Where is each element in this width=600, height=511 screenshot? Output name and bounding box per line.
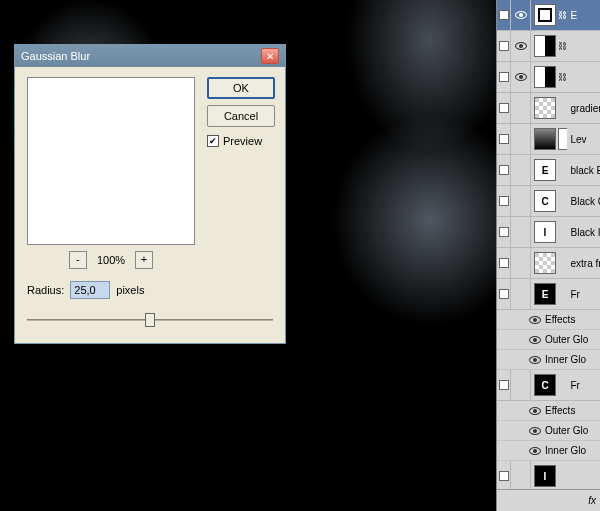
layer-thumb[interactable]: I [534, 465, 556, 487]
layer-row[interactable]: I [497, 461, 600, 492]
filter-preview[interactable] [27, 77, 195, 245]
eye-icon[interactable] [529, 316, 541, 324]
layers-panel[interactable]: ⛓ICEE⛓ICE⛓ICEgradientLevEblack ECBlack C… [496, 0, 600, 511]
layer-row[interactable]: IBlack I [497, 217, 600, 248]
radius-slider[interactable] [27, 311, 273, 329]
layer-name[interactable]: gradient [567, 103, 601, 114]
layer-thumbnails [531, 126, 567, 152]
layer-checkbox[interactable] [499, 227, 509, 237]
layer-thumb[interactable]: I [534, 221, 556, 243]
eye-icon [515, 73, 527, 81]
radius-label: Radius: [27, 284, 64, 296]
eye-icon[interactable] [529, 427, 541, 435]
layer-thumb[interactable] [534, 97, 556, 119]
visibility-toggle[interactable] [511, 461, 531, 491]
layer-thumb[interactable]: E [534, 283, 556, 305]
layer-checkbox[interactable] [499, 10, 509, 20]
layer-name[interactable]: extra frosty [567, 258, 601, 269]
layer-thumb[interactable] [534, 66, 556, 88]
layer-thumb[interactable]: E [534, 159, 556, 181]
fx-label: fx [588, 495, 596, 506]
effect-item[interactable]: Inner Glo [497, 350, 600, 370]
effect-label: Outer Glo [545, 334, 588, 345]
layer-row[interactable]: gradient [497, 93, 600, 124]
preview-checkbox[interactable]: ✔ [207, 135, 219, 147]
layer-row[interactable]: Lev [497, 124, 600, 155]
visibility-toggle[interactable] [511, 279, 531, 309]
visibility-toggle[interactable] [511, 0, 531, 30]
effect-label: Effects [545, 314, 575, 325]
eye-icon[interactable] [529, 407, 541, 415]
effect-item[interactable]: Outer Glo [497, 330, 600, 350]
zoom-in-button[interactable]: + [135, 251, 153, 269]
layer-row[interactable]: extra frosty [497, 248, 600, 279]
visibility-toggle[interactable] [511, 31, 531, 61]
close-icon[interactable]: ✕ [261, 48, 279, 64]
visibility-toggle[interactable] [511, 62, 531, 92]
layer-thumb[interactable]: C [534, 374, 556, 396]
eye-icon[interactable] [529, 356, 541, 364]
effect-label: Outer Glo [545, 425, 588, 436]
link-icon[interactable]: ⛓ [558, 10, 567, 20]
layer-thumb[interactable]: C [534, 190, 556, 212]
radius-unit: pixels [116, 284, 144, 296]
layer-thumb[interactable] [558, 128, 567, 150]
layer-name[interactable]: Black I [567, 227, 601, 238]
layer-name[interactable]: Lev [567, 134, 601, 145]
layer-row[interactable]: ⛓ICE [497, 31, 600, 62]
layer-name[interactable]: E [567, 10, 601, 21]
layer-row[interactable]: CBlack C [497, 186, 600, 217]
layer-thumbnails: C [531, 372, 567, 398]
layer-checkbox-col [497, 217, 511, 247]
layer-checkbox[interactable] [499, 380, 509, 390]
link-icon[interactable]: ⛓ [558, 72, 567, 82]
effects-header[interactable]: Effects [497, 310, 600, 330]
effect-label: Inner Glo [545, 445, 586, 456]
layer-checkbox[interactable] [499, 196, 509, 206]
layer-name[interactable]: Fr [567, 289, 601, 300]
layer-checkbox[interactable] [499, 134, 509, 144]
layer-checkbox[interactable] [499, 103, 509, 113]
cancel-button[interactable]: Cancel [207, 105, 275, 127]
layer-thumbnails: I [531, 463, 567, 489]
visibility-toggle[interactable] [511, 370, 531, 400]
visibility-toggle[interactable] [511, 186, 531, 216]
eye-icon[interactable] [529, 336, 541, 344]
layer-checkbox-col [497, 124, 511, 154]
eye-icon[interactable] [529, 447, 541, 455]
visibility-toggle[interactable] [511, 155, 531, 185]
visibility-toggle[interactable] [511, 93, 531, 123]
effect-label: Inner Glo [545, 354, 586, 365]
zoom-out-button[interactable]: - [69, 251, 87, 269]
visibility-toggle[interactable] [511, 124, 531, 154]
layer-checkbox[interactable] [499, 471, 509, 481]
layer-thumb[interactable] [534, 128, 556, 150]
ok-button[interactable]: OK [207, 77, 275, 99]
layer-name[interactable]: Fr [567, 380, 601, 391]
layer-name[interactable]: Black C [567, 196, 601, 207]
layer-thumb[interactable] [534, 4, 556, 26]
effects-header[interactable]: Effects [497, 401, 600, 421]
layer-checkbox[interactable] [499, 258, 509, 268]
layer-checkbox[interactable] [499, 165, 509, 175]
layer-thumb[interactable] [534, 35, 556, 57]
layer-row[interactable]: ⛓ICEE [497, 0, 600, 31]
layer-checkbox[interactable] [499, 72, 509, 82]
slider-thumb[interactable] [145, 313, 155, 327]
layer-name[interactable]: black E [567, 165, 601, 176]
layer-checkbox[interactable] [499, 41, 509, 51]
layer-checkbox[interactable] [499, 289, 509, 299]
layer-row[interactable]: CFr [497, 370, 600, 401]
link-icon[interactable]: ⛓ [558, 41, 567, 51]
layer-row[interactable]: ⛓ICE [497, 62, 600, 93]
layer-thumb[interactable] [534, 252, 556, 274]
visibility-toggle[interactable] [511, 248, 531, 278]
gaussian-blur-dialog: Gaussian Blur ✕ - 100% + OK Cancel ✔ Pre… [14, 44, 286, 344]
effect-item[interactable]: Inner Glo [497, 441, 600, 461]
visibility-toggle[interactable] [511, 217, 531, 247]
effect-item[interactable]: Outer Glo [497, 421, 600, 441]
radius-input[interactable] [70, 281, 110, 299]
dialog-titlebar[interactable]: Gaussian Blur ✕ [15, 45, 285, 67]
layer-row[interactable]: EFr [497, 279, 600, 310]
layer-row[interactable]: Eblack E [497, 155, 600, 186]
